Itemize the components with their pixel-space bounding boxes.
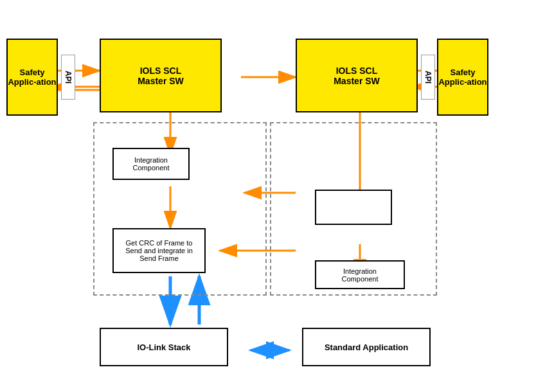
integration-component-left: IntegrationComponent <box>112 148 190 180</box>
iols-master-right: IOLS SCLMaster SW <box>296 39 418 112</box>
safety-app-left: Safety Applic-ation <box>6 39 58 116</box>
standard-application: Standard Application <box>302 328 431 366</box>
architecture-diagram: Safety Applic-ation API IOLS SCLMaster S… <box>0 0 554 392</box>
black-rectangle <box>315 190 392 225</box>
io-link-stack: IO-Link Stack <box>100 328 228 366</box>
api-right: API <box>421 55 435 100</box>
integration-component-right: IntegrationComponent <box>315 260 405 289</box>
api-left: API <box>61 55 75 100</box>
iols-master-left: IOLS SCLMaster SW <box>100 39 222 112</box>
crc-box: Get CRC of Frame toSend and integrate in… <box>112 228 206 273</box>
safety-app-right: Safety Applic-ation <box>437 39 488 116</box>
